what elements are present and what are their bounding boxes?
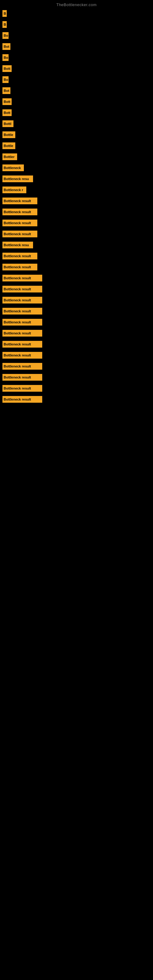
- bar-label: Bottleneck result: [2, 275, 42, 282]
- bar-row: Bot: [0, 41, 153, 52]
- bar-label: Bottleneck result: [2, 319, 42, 326]
- bar-row: Bottleneck result: [0, 328, 153, 339]
- bar-label: Bo: [2, 54, 9, 61]
- bar-row: Bott: [0, 108, 153, 118]
- bar-label: Bott: [2, 98, 12, 105]
- bar-row: Bottleneck result: [0, 218, 153, 228]
- bar-label: Bo: [2, 76, 9, 83]
- bar-row: Bottleneck result: [0, 350, 153, 360]
- bar-label: Bottleneck result: [2, 374, 42, 381]
- bar-label: Bottler: [2, 153, 17, 160]
- bar-label: Bottleneck result: [2, 330, 42, 337]
- bar-label: Bo: [2, 32, 9, 39]
- bar-row: Bottleneck result: [0, 295, 153, 305]
- bar-row: B: [0, 8, 153, 19]
- bar-row: Bottleneck result: [0, 273, 153, 283]
- bar-row: Bo: [0, 75, 153, 85]
- bar-row: Bottleneck result: [0, 361, 153, 371]
- bar-label: Bottleneck result: [2, 253, 37, 259]
- bar-row: Bottleneck result: [0, 284, 153, 294]
- bar-row: Bo: [0, 30, 153, 41]
- bar-row: Bottleneck result: [0, 317, 153, 328]
- bar-label: Bottleneck result: [2, 220, 37, 226]
- bar-label: Bottl: [2, 120, 13, 127]
- bar-row: Bottler: [0, 151, 153, 162]
- bar-label: Bottleneck result: [2, 308, 42, 315]
- bar-label: Bottleneck result: [2, 208, 37, 215]
- bar-label: Bottleneck result: [2, 231, 37, 237]
- bar-label: Bottleneck resu: [2, 175, 33, 182]
- bar-label: Bottleneck result: [2, 352, 42, 359]
- bar-row: Bot: [0, 86, 153, 96]
- bar-label: Bottleneck r: [2, 186, 26, 193]
- bar-label: Bottleneck result: [2, 264, 37, 270]
- bar-row: Bottleneck result: [0, 207, 153, 217]
- bar-label: Bottleneck result: [2, 197, 37, 204]
- bar-label: Bottle: [2, 131, 15, 138]
- bar-label: Bott: [2, 109, 12, 116]
- bar-row: Bottle: [0, 140, 153, 151]
- bar-row: Bottleneck result: [0, 229, 153, 239]
- bar-label: Bottleneck: [2, 164, 24, 171]
- bar-row: Bottleneck result: [0, 306, 153, 317]
- bar-row: Bottleneck result: [0, 262, 153, 272]
- bar-row: Bottleneck resu: [0, 240, 153, 250]
- bar-row: Bottleneck: [0, 162, 153, 173]
- bar-label: Bott: [2, 65, 12, 72]
- bar-row: B: [0, 19, 153, 30]
- bar-row: Bottleneck resu: [0, 173, 153, 184]
- bar-label: Bot: [2, 43, 10, 50]
- bar-label: Bottleneck result: [2, 341, 42, 348]
- bar-label: Bottleneck result: [2, 385, 42, 392]
- bar-label: Bot: [2, 87, 10, 94]
- bar-label: B: [2, 10, 7, 17]
- bar-label: Bottleneck result: [2, 286, 42, 293]
- bar-row: Bottl: [0, 119, 153, 129]
- bar-label: B: [2, 21, 7, 28]
- bar-label: Bottle: [2, 142, 15, 149]
- bar-row: Bottleneck result: [0, 394, 153, 404]
- site-title: TheBottlenecker.com: [0, 0, 153, 8]
- bar-row: Bottleneck result: [0, 339, 153, 350]
- bar-row: Bott: [0, 64, 153, 74]
- bar-label: Bottleneck result: [2, 396, 42, 403]
- bar-label: Bottleneck result: [2, 363, 42, 370]
- bar-row: Bottleneck result: [0, 251, 153, 261]
- bar-row: Bo: [0, 52, 153, 63]
- bar-row: Bottleneck result: [0, 196, 153, 206]
- bar-row: Bott: [0, 97, 153, 107]
- bars-container: BBBoBotBoBottBoBotBottBottBottlBottleBot…: [0, 8, 153, 404]
- bar-label: Bottleneck result: [2, 297, 42, 304]
- bar-row: Bottleneck result: [0, 372, 153, 382]
- bar-row: Bottleneck result: [0, 383, 153, 393]
- bar-row: Bottleneck r: [0, 185, 153, 195]
- bar-row: Bottle: [0, 130, 153, 140]
- bar-label: Bottleneck resu: [2, 242, 33, 248]
